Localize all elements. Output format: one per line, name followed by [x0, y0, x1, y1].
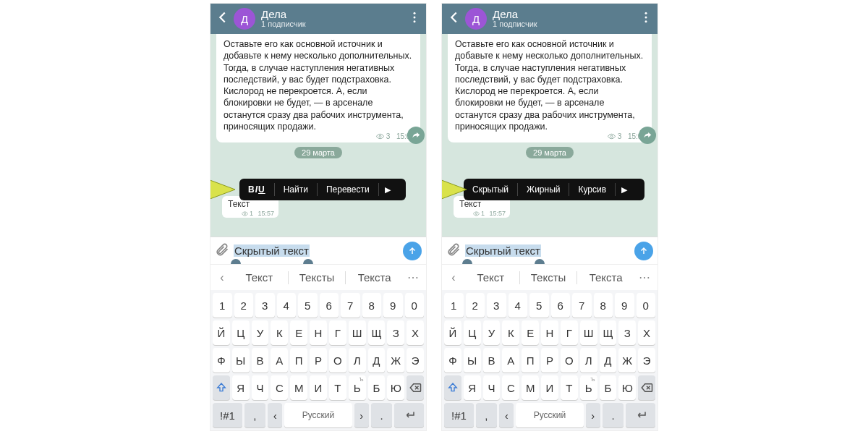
format-bold-button[interactable]: Жирный	[518, 179, 569, 200]
key-Й[interactable]: Й	[213, 320, 230, 345]
message-input[interactable]: Скрытый текст	[465, 244, 630, 257]
dot-key[interactable]: .	[603, 403, 624, 427]
key-0[interactable]: 0	[405, 293, 425, 318]
key-3[interactable]: 3	[487, 293, 506, 318]
key-У[interactable]: У	[252, 320, 269, 345]
key-П[interactable]: П	[290, 348, 307, 373]
format-italic-button[interactable]: Курсив	[569, 179, 615, 200]
key-5[interactable]: 5	[529, 293, 549, 318]
comma-key[interactable]: ,	[244, 403, 265, 427]
suggestion-3[interactable]: Текста	[577, 271, 634, 284]
key-Я[interactable]: Я	[464, 375, 481, 400]
key-Б[interactable]: Б	[368, 375, 386, 400]
channel-avatar[interactable]: Д	[234, 8, 255, 30]
key-Ф[interactable]: Ф	[213, 348, 230, 373]
symbols-key[interactable]: !#1	[213, 403, 242, 427]
key-Ф[interactable]: Ф	[444, 348, 461, 373]
key-М[interactable]: М	[522, 375, 539, 400]
key-Ч[interactable]: Ч	[483, 375, 501, 400]
key-1[interactable]: 1	[444, 293, 464, 318]
key-Э[interactable]: Э	[407, 348, 424, 373]
key-Г[interactable]: Г	[329, 320, 346, 345]
key-Щ[interactable]: Щ	[368, 320, 386, 345]
key-А[interactable]: А	[271, 348, 288, 373]
spacebar-key[interactable]: Русский	[516, 403, 583, 427]
menu-dots-icon[interactable]	[407, 10, 422, 27]
back-icon[interactable]	[446, 9, 462, 28]
key-Й[interactable]: Й	[444, 320, 461, 345]
key-7[interactable]: 7	[572, 293, 592, 318]
key-9[interactable]: 9	[615, 293, 634, 318]
format-biu-button[interactable]: BIU	[239, 179, 274, 200]
key-Е[interactable]: Е	[522, 320, 539, 345]
key-Т[interactable]: Т	[561, 375, 578, 400]
key-Г[interactable]: Г	[561, 320, 578, 345]
key-Р[interactable]: Р	[541, 348, 558, 373]
channel-title-block[interactable]: Дела 1 подписчик	[490, 9, 636, 28]
backspace-key[interactable]	[407, 375, 424, 400]
menu-dots-icon[interactable]	[639, 10, 653, 27]
key-У[interactable]: У	[483, 320, 501, 345]
key-Э[interactable]: Э	[638, 348, 655, 373]
context-menu-next-icon[interactable]: ▶	[379, 185, 396, 195]
suggestion-2[interactable]: Тексты	[289, 271, 346, 284]
key-И[interactable]: И	[310, 375, 327, 400]
key-С[interactable]: С	[271, 375, 288, 400]
key-Ш[interactable]: Ш	[580, 320, 597, 345]
key-2[interactable]: 2	[234, 293, 254, 318]
enter-key[interactable]	[626, 403, 655, 427]
key-Ы[interactable]: Ы	[232, 348, 250, 373]
dot-key[interactable]: .	[371, 403, 392, 427]
key-Л[interactable]: Л	[349, 348, 366, 373]
key-Ш[interactable]: Ш	[349, 320, 366, 345]
translate-button[interactable]: Перевести	[318, 179, 378, 200]
forward-icon[interactable]	[407, 127, 425, 144]
lang-prev-icon[interactable]: ‹	[268, 403, 282, 427]
shift-key[interactable]	[444, 375, 461, 400]
key-6[interactable]: 6	[551, 293, 571, 318]
context-menu-next-icon[interactable]: ▶	[616, 185, 633, 195]
message-bubble[interactable]: Оставьте его как основной источник и доб…	[216, 34, 420, 142]
key-Ч[interactable]: Ч	[252, 375, 269, 400]
key-Е[interactable]: Е	[290, 320, 307, 345]
key-Ж[interactable]: Ж	[387, 348, 404, 373]
key-Х[interactable]: Х	[407, 320, 424, 345]
key-8[interactable]: 8	[594, 293, 613, 318]
key-Ь[interactable]: ЬЪ	[580, 375, 597, 400]
key-2[interactable]: 2	[466, 293, 485, 318]
key-О[interactable]: О	[561, 348, 578, 373]
key-Д[interactable]: Д	[600, 348, 617, 373]
backspace-key[interactable]	[638, 375, 655, 400]
lang-prev-icon[interactable]: ‹	[499, 403, 514, 427]
suggestion-1[interactable]: Текст	[231, 271, 288, 284]
key-Н[interactable]: Н	[310, 320, 327, 345]
forward-icon[interactable]	[639, 127, 656, 144]
find-button[interactable]: Найти	[275, 179, 317, 200]
key-Ы[interactable]: Ы	[464, 348, 481, 373]
key-М[interactable]: М	[290, 375, 307, 400]
lang-next-icon[interactable]: ›	[354, 403, 369, 427]
key-К[interactable]: К	[502, 320, 519, 345]
key-4[interactable]: 4	[509, 293, 528, 318]
key-1[interactable]: 1	[213, 293, 232, 318]
format-hidden-button[interactable]: Скрытый	[464, 179, 517, 200]
key-Т[interactable]: Т	[329, 375, 346, 400]
send-button[interactable]	[403, 242, 422, 260]
key-5[interactable]: 5	[298, 293, 318, 318]
channel-title-block[interactable]: Дела 1 подписчик	[258, 9, 404, 28]
key-8[interactable]: 8	[362, 293, 382, 318]
back-icon[interactable]	[215, 9, 231, 28]
key-Р[interactable]: Р	[310, 348, 327, 373]
key-Х[interactable]: Х	[638, 320, 655, 345]
suggestion-more-icon[interactable]: ⋯	[634, 271, 655, 284]
key-Ю[interactable]: Ю	[387, 375, 404, 400]
key-Д[interactable]: Д	[368, 348, 386, 373]
spacebar-key[interactable]: Русский	[284, 403, 352, 427]
key-В[interactable]: В	[252, 348, 269, 373]
key-Л[interactable]: Л	[580, 348, 597, 373]
key-А[interactable]: А	[502, 348, 519, 373]
suggestion-1[interactable]: Текст	[462, 271, 519, 284]
attach-icon[interactable]	[215, 242, 229, 260]
suggestion-collapse-icon[interactable]: ‹	[445, 271, 462, 284]
key-О[interactable]: О	[329, 348, 346, 373]
